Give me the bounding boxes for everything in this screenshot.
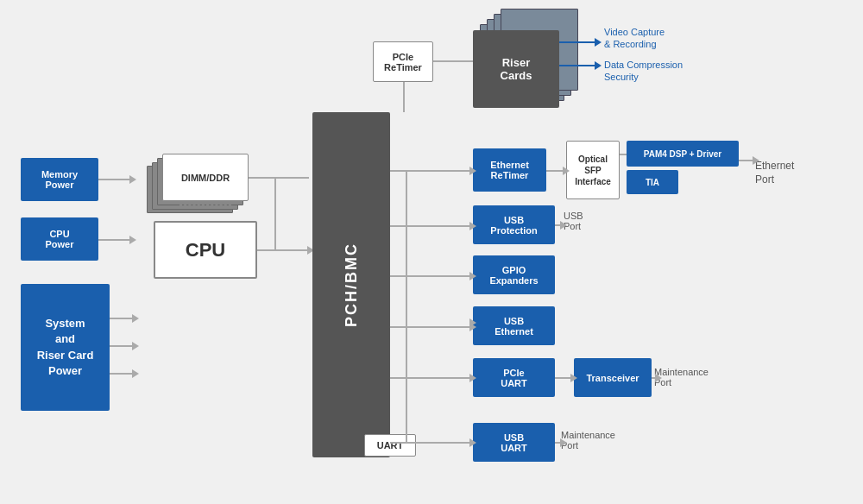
gpio-expanders-box: GPIOExpanders xyxy=(473,255,555,294)
pcie-retimer-label: PCIeReTimer xyxy=(384,52,422,72)
pch-usb-arrow xyxy=(469,222,476,230)
data-compression-line xyxy=(559,65,598,66)
pcie-retimer-box: PCIeReTimer xyxy=(373,41,433,82)
pch-bmc-block: PCH/BMC xyxy=(312,112,390,457)
usb-protection-label: USBProtection xyxy=(490,215,537,236)
cpu-power-arrow xyxy=(129,236,136,244)
transceiver-label: Transceiver xyxy=(586,373,639,383)
usbuart-maint-arrow xyxy=(560,438,567,447)
usb-uart-label: USBUART xyxy=(501,432,527,453)
video-capture-line xyxy=(559,41,598,43)
ethernet-port-label: EthernetPort xyxy=(755,160,841,186)
system-riser-power-box: SystemandRiser CardPower xyxy=(21,284,110,411)
uart-box: UART xyxy=(364,434,416,457)
pch-bus-vline xyxy=(406,170,407,442)
memory-power-label: MemoryPower xyxy=(41,169,78,190)
bus-arrow-usbeth xyxy=(469,318,476,327)
pch-usbuart-arrow xyxy=(469,438,476,447)
system-riser-power-label: SystemandRiser CardPower xyxy=(37,316,94,379)
ethernet-retimer-label: EthernetReTimer xyxy=(490,160,529,180)
pch-gpio-arrow xyxy=(469,272,476,280)
sys-power-arrow2 xyxy=(132,342,139,350)
pcie-uart-label: PCIeUART xyxy=(501,368,527,388)
dimm-cpu-vline xyxy=(274,177,276,249)
usb-ethernet-label: USBEthernet xyxy=(494,316,533,337)
pch-bmc-label: PCH/BMC xyxy=(343,243,361,327)
pch-pcieuart-line xyxy=(390,377,473,379)
optical-sfp-box: OpticalSFPInterface xyxy=(566,141,620,199)
memory-power-box: MemoryPower xyxy=(21,158,98,201)
dimm-separator xyxy=(180,205,231,205)
pcie-uart-box: PCIeUART xyxy=(473,358,555,397)
pch-usb-line xyxy=(390,225,473,227)
dimm-ddr-label: DIMM/DDR xyxy=(181,173,230,183)
usb-protection-box: USBProtection xyxy=(473,205,555,244)
pch-usbeth-line xyxy=(390,326,473,328)
cpu-power-line xyxy=(98,239,133,241)
sys-power-arrow1 xyxy=(132,314,139,323)
memory-power-arrow xyxy=(129,175,136,184)
ethernet-retimer-box: EthernetReTimer xyxy=(473,148,546,192)
optical-sfp-label: OpticalSFPInterface xyxy=(575,154,611,187)
riser-cards-label: RiserCards xyxy=(501,56,532,82)
gpio-expanders-label: GPIOExpanders xyxy=(489,265,538,286)
pam4-dsp-label: PAM4 DSP + Driver xyxy=(644,149,722,159)
cpu-power-label: CPUPower xyxy=(45,229,73,249)
pcie-uart-transceiver-arrow xyxy=(570,374,577,382)
pch-gpio-line xyxy=(390,275,473,277)
dimm-pch-line xyxy=(249,177,309,179)
pch-ethernet-arrow xyxy=(469,167,476,175)
cpu-power-box: CPUPower xyxy=(21,217,98,261)
tia-label: TIA xyxy=(646,178,659,187)
sfp-pam4-line xyxy=(620,154,627,155)
video-capture-arrow xyxy=(595,38,602,47)
maintenance-port1-label: MaintenancePort xyxy=(654,367,709,387)
usb-prot-arrow xyxy=(560,221,567,230)
usb-uart-box: USBUART xyxy=(473,423,555,462)
pam4-dsp-box: PAM4 DSP + Driver xyxy=(627,141,739,167)
usb-ethernet-box: USBEthernet xyxy=(473,306,555,345)
transceiver-maint-arrow xyxy=(655,374,662,382)
pam4-ethport-arrow xyxy=(753,156,759,165)
architecture-diagram: MemoryPower CPUPower SystemandRiser Card… xyxy=(0,0,863,504)
ethernet-sfp-arrow xyxy=(563,167,570,175)
sys-power-arrow3 xyxy=(132,369,139,378)
cpu-box: CPU xyxy=(154,221,257,279)
transceiver-box: Transceiver xyxy=(574,358,652,397)
bus-eth-hline xyxy=(390,170,406,172)
tia-box: TIA xyxy=(627,170,678,194)
pch-usbuart-line xyxy=(390,442,473,444)
maintenance-port2-label: MaintenancePort xyxy=(561,430,615,450)
cpu-pch-line xyxy=(257,249,311,251)
cpu-label: CPU xyxy=(186,239,225,261)
data-compression-arrow xyxy=(595,61,602,70)
dimm-ddr-box: DIMM/DDR xyxy=(162,154,249,201)
pch-pcieuart-arrow xyxy=(469,374,476,382)
data-compression-label: Data CompressionSecurity xyxy=(604,59,716,84)
riser-cards-box: RiserCards xyxy=(473,30,559,108)
pcie-retimer-vline xyxy=(403,82,405,112)
memory-power-line xyxy=(98,179,133,180)
video-capture-label: Video Capture& Recording xyxy=(604,26,716,51)
